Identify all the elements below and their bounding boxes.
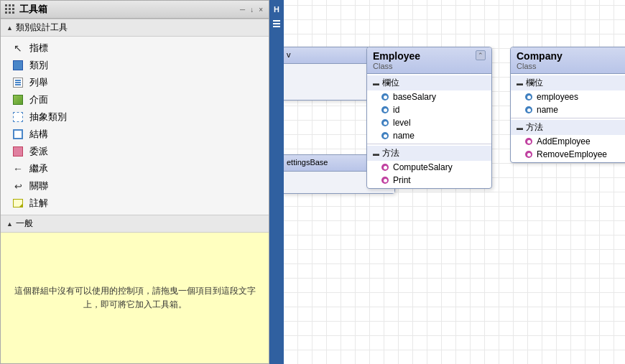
company-methods-expand-icon: ▬ bbox=[517, 124, 523, 131]
company-title: Company bbox=[517, 50, 562, 62]
toolbox-items-list: ↖ 指標 類別 列舉 介面 bbox=[1, 37, 269, 215]
delegate-icon bbox=[12, 146, 24, 157]
inherit-icon: ← bbox=[12, 163, 24, 174]
company-methods-label: 方法 bbox=[526, 121, 543, 134]
removeEmployee-icon bbox=[525, 151, 532, 158]
method-computeSalary-label: ComputeSalary bbox=[393, 162, 453, 172]
class-icon bbox=[12, 60, 24, 71]
general-body-text: 這個群組中沒有可以使用的控制項，請拖曳一個項目到這段文字上，即可將它加入工具箱。 bbox=[1, 233, 269, 363]
enum-icon bbox=[12, 77, 24, 88]
field-company-name-label: name bbox=[537, 105, 558, 115]
general-section: ▲ 一般 這個群組中沒有可以使用的控制項，請拖曳一個項目到這段文字上，即可將它加… bbox=[1, 215, 269, 363]
drag-handle-icon bbox=[5, 4, 15, 14]
class-label: 類別 bbox=[29, 59, 48, 72]
field-employees: employees bbox=[511, 90, 625, 103]
enum-label: 列舉 bbox=[29, 76, 48, 89]
computeSalary-icon bbox=[381, 164, 389, 171]
company-fields-header[interactable]: ▬ 欄位 bbox=[511, 75, 625, 90]
level-icon bbox=[381, 119, 389, 126]
design-section-header[interactable]: ▲ 類別設計工具 bbox=[1, 19, 269, 37]
employee-methods-header[interactable]: ▬ 方法 bbox=[367, 146, 491, 161]
close-button[interactable]: × bbox=[257, 6, 264, 14]
inherit-label: 繼承 bbox=[29, 162, 48, 175]
method-addEmployee-label: AddEmployee bbox=[537, 136, 591, 146]
unpin-button[interactable]: ↓ bbox=[249, 6, 255, 14]
name-icon bbox=[381, 132, 389, 139]
method-removeEmployee-label: RemoveEmployee bbox=[537, 149, 607, 159]
tool-comment[interactable]: 註解 bbox=[1, 195, 269, 212]
baseSalary-icon bbox=[381, 93, 389, 101]
methods-expand-icon: ▬ bbox=[373, 150, 379, 157]
method-print-label: Print bbox=[393, 175, 411, 185]
tool-enum[interactable]: 列舉 bbox=[1, 74, 269, 91]
employees-icon bbox=[525, 93, 532, 101]
company-methods-header[interactable]: ▬ 方法 bbox=[511, 120, 625, 135]
comment-icon bbox=[12, 197, 24, 209]
toolbox-title-left: 工具箱 bbox=[5, 3, 47, 16]
employee-title: Employee bbox=[373, 50, 420, 62]
method-removeEmployee: RemoveEmployee bbox=[511, 148, 625, 161]
toolbox-panel: 工具箱 ─ ↓ × ▲ 類別設計工具 ↖ 指標 類別 bbox=[0, 0, 269, 364]
print-icon bbox=[381, 177, 389, 184]
field-company-name: name bbox=[511, 103, 625, 116]
abstract-label: 抽象類別 bbox=[29, 111, 67, 123]
toolbox-title-bar: 工具箱 ─ ↓ × bbox=[1, 1, 269, 19]
method-addEmployee: AddEmployee bbox=[511, 135, 625, 148]
field-baseSalary: baseSalary bbox=[367, 90, 491, 103]
employee-subtitle: Class bbox=[373, 62, 420, 70]
field-name: name bbox=[367, 129, 491, 142]
employee-fields-section: ▬ 欄位 baseSalary id level name bbox=[367, 74, 491, 144]
employee-methods-section: ▬ 方法 ComputeSalary Print bbox=[367, 144, 491, 188]
addEmployee-icon bbox=[525, 138, 532, 145]
toolbox-title: 工具箱 bbox=[19, 3, 47, 16]
tool-inherit[interactable]: ← 繼承 bbox=[1, 160, 269, 177]
tool-class[interactable]: 類別 bbox=[1, 57, 269, 74]
struct-icon bbox=[12, 129, 24, 140]
interface-icon bbox=[12, 94, 24, 106]
associate-label: 關聯 bbox=[29, 179, 48, 192]
company-header: Company Class ⌃ bbox=[511, 47, 625, 74]
employee-title-group: Employee Class bbox=[373, 50, 420, 70]
side-icons-bar: H bbox=[269, 0, 284, 364]
collapse-arrow-icon: ▲ bbox=[6, 24, 13, 32]
general-collapse-icon: ▲ bbox=[6, 220, 13, 228]
field-id: id bbox=[367, 103, 491, 116]
employee-fields-label: 欄位 bbox=[382, 77, 399, 89]
company-fields-label: 欄位 bbox=[526, 77, 543, 89]
general-section-label: 一般 bbox=[16, 218, 33, 230]
tool-abstract[interactable]: 抽象類別 bbox=[1, 108, 269, 126]
id-icon bbox=[381, 106, 389, 113]
pin-button[interactable]: ─ bbox=[239, 6, 246, 14]
toolbox-title-controls[interactable]: ─ ↓ × bbox=[239, 6, 264, 14]
field-level: level bbox=[367, 116, 491, 129]
company-methods-section: ▬ 方法 AddEmployee RemoveEmployee bbox=[511, 118, 625, 162]
employee-collapse-button[interactable]: ⌃ bbox=[476, 50, 486, 60]
delegate-label: 委派 bbox=[29, 145, 48, 158]
design-section-label: 類別設計工具 bbox=[16, 22, 68, 34]
struct-label: 結構 bbox=[29, 128, 48, 141]
side-icon-h: H bbox=[270, 3, 283, 16]
method-print: Print bbox=[367, 174, 491, 187]
field-employees-label: employees bbox=[537, 92, 578, 102]
comment-label: 註解 bbox=[29, 197, 48, 210]
company-title-group: Company Class bbox=[517, 50, 562, 70]
company-fields-section: ▬ 欄位 employees name bbox=[511, 74, 625, 118]
company-fields-expand-icon: ▬ bbox=[517, 80, 523, 87]
employee-header: Employee Class ⌃ bbox=[367, 47, 491, 74]
main-canvas[interactable]: v ⌄ ettingsBase ⌄ Employee Class ⌃ ▬ 欄位 bbox=[284, 0, 625, 364]
employee-fields-header[interactable]: ▬ 欄位 bbox=[367, 75, 491, 90]
tool-interface[interactable]: 介面 bbox=[1, 91, 269, 108]
tool-delegate[interactable]: 委派 bbox=[1, 143, 269, 160]
employee-class-box[interactable]: Employee Class ⌃ ▬ 欄位 baseSalary id leve… bbox=[366, 47, 492, 189]
partial-box-1-label: v bbox=[287, 50, 291, 59]
tool-associate[interactable]: ↩ 關聯 bbox=[1, 177, 269, 195]
field-id-label: id bbox=[393, 105, 399, 115]
general-description: 這個群組中沒有可以使用的控制項，請拖曳一個項目到這段文字上，即可將它加入工具箱。 bbox=[6, 284, 263, 312]
fields-expand-icon: ▬ bbox=[373, 80, 379, 87]
abstract-icon bbox=[12, 111, 24, 123]
company-class-box[interactable]: Company Class ⌃ ▬ 欄位 employees name ▬ bbox=[510, 47, 625, 163]
general-section-header[interactable]: ▲ 一般 bbox=[1, 215, 269, 233]
tool-struct[interactable]: 結構 bbox=[1, 126, 269, 143]
tool-cursor[interactable]: ↖ 指標 bbox=[1, 39, 269, 57]
interface-label: 介面 bbox=[29, 93, 48, 106]
